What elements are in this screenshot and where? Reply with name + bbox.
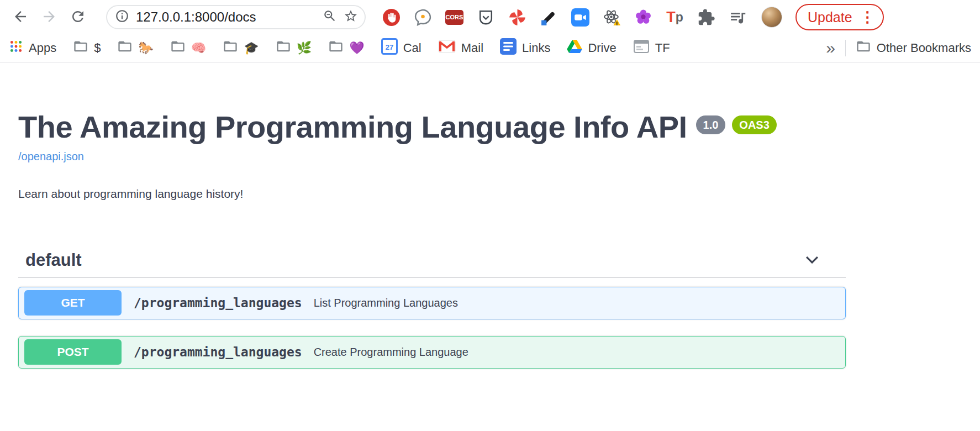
folder-icon bbox=[170, 39, 186, 57]
forward-icon bbox=[41, 8, 57, 27]
google-calendar-icon: 27 bbox=[381, 38, 398, 58]
bookmark-apps[interactable]: Apps bbox=[9, 39, 56, 57]
bookmark-label: Apps bbox=[29, 41, 56, 55]
bookmarks-divider bbox=[845, 40, 846, 56]
other-bookmarks-label: Other Bookmarks bbox=[877, 41, 971, 55]
reload-button[interactable] bbox=[65, 4, 91, 30]
chat-bubble-extension-icon[interactable] bbox=[414, 8, 432, 27]
bookmark-label: Cal bbox=[403, 41, 421, 55]
operation-path: /programming_languages bbox=[134, 345, 302, 359]
bookmark-label: 🐎 bbox=[138, 41, 153, 55]
update-label: Update bbox=[808, 9, 852, 25]
update-button[interactable]: Update ⋮ bbox=[795, 4, 884, 30]
back-button[interactable] bbox=[8, 4, 33, 30]
oas3-badge: OAS3 bbox=[732, 115, 776, 134]
back-icon bbox=[12, 8, 29, 27]
folder-icon bbox=[117, 39, 133, 57]
bookmark-mail[interactable]: Mail bbox=[438, 40, 483, 56]
forward-button[interactable] bbox=[36, 4, 62, 30]
operation-row-post[interactable]: POST /programming_languages Create Progr… bbox=[18, 336, 846, 369]
tag-section-default: default GET /programming_languages List … bbox=[18, 250, 846, 369]
operation-row-get[interactable]: GET /programming_languages List Programm… bbox=[18, 287, 846, 319]
bookmark-folder-brain[interactable]: 🧠 bbox=[170, 39, 206, 57]
atom-warning-extension-icon[interactable] bbox=[603, 8, 621, 27]
bookmark-folder-herb[interactable]: 🌿 bbox=[276, 39, 312, 57]
bookmark-label: Drive bbox=[588, 41, 616, 55]
method-badge-post: POST bbox=[24, 339, 122, 365]
bookmark-label: 🌿 bbox=[297, 41, 312, 55]
tp-extension-icon[interactable]: Tp bbox=[666, 8, 684, 27]
other-bookmarks-button[interactable]: Other Bookmarks bbox=[856, 39, 971, 57]
media-playlist-icon[interactable] bbox=[729, 8, 747, 27]
links-icon bbox=[500, 38, 517, 58]
bookmark-label: Links bbox=[522, 41, 550, 55]
bookmark-folder-purple-heart[interactable]: 💜 bbox=[328, 39, 364, 57]
extensions-row: CORS Tp bbox=[382, 8, 747, 27]
browser-menu-kebab-icon[interactable]: ⋮ bbox=[860, 8, 875, 26]
section-header[interactable]: default bbox=[18, 250, 846, 278]
url-text: 127.0.0.1:8000/docs bbox=[136, 9, 316, 25]
red-pinwheel-extension-icon[interactable] bbox=[508, 8, 526, 27]
folder-icon bbox=[328, 39, 344, 57]
pocket-shield-extension-icon[interactable] bbox=[477, 8, 495, 27]
extensions-puzzle-icon[interactable] bbox=[697, 8, 715, 27]
bookmarks-overflow-chevron[interactable]: » bbox=[826, 40, 835, 56]
bookmark-folder-money[interactable]: $ bbox=[73, 39, 101, 57]
purple-flower-extension-icon[interactable] bbox=[634, 8, 652, 27]
tf-bookmark-icon bbox=[633, 38, 650, 58]
bookmark-label: 💜 bbox=[349, 41, 364, 55]
zoom-video-extension-icon[interactable] bbox=[571, 8, 589, 27]
bookmark-calendar[interactable]: 27 Cal bbox=[381, 38, 421, 58]
cors-label: CORS bbox=[445, 10, 463, 25]
reload-icon bbox=[70, 8, 86, 27]
section-collapse-button[interactable] bbox=[803, 250, 821, 271]
bookmark-label: $ bbox=[94, 41, 101, 55]
bookmark-label: 🧠 bbox=[191, 41, 206, 55]
bookmarks-right-group: » Other Bookmarks bbox=[826, 39, 971, 57]
cors-extension-icon[interactable]: CORS bbox=[445, 8, 463, 27]
address-bar[interactable]: 127.0.0.1:8000/docs bbox=[106, 5, 366, 29]
calendar-day: 27 bbox=[385, 43, 393, 51]
browser-toolbar: 127.0.0.1:8000/docs CORS bbox=[0, 0, 980, 34]
swagger-page: The Amazing Programming Language Info AP… bbox=[0, 110, 980, 369]
bookmark-folder-horse[interactable]: 🐎 bbox=[117, 39, 153, 57]
eyedropper-extension-icon[interactable] bbox=[540, 8, 558, 27]
bookmark-drive[interactable]: Drive bbox=[567, 39, 616, 57]
chevron-down-icon bbox=[803, 250, 821, 271]
section-title: default bbox=[25, 250, 82, 270]
folder-icon bbox=[223, 39, 238, 57]
site-info-icon[interactable] bbox=[115, 9, 129, 25]
gmail-icon bbox=[438, 40, 456, 56]
folder-icon bbox=[73, 39, 88, 57]
hand-blocker-extension-icon[interactable] bbox=[382, 8, 401, 27]
tp-letter-t: T bbox=[666, 10, 676, 25]
version-badge: 1.0 bbox=[696, 115, 726, 134]
api-description: Learn about programming language history… bbox=[18, 187, 980, 201]
bookmark-tf[interactable]: TF bbox=[633, 38, 670, 58]
google-drive-icon bbox=[567, 39, 582, 57]
folder-icon bbox=[276, 39, 291, 57]
bookmark-folder-education[interactable]: 🎓 bbox=[223, 39, 259, 57]
bookmark-label: Mail bbox=[461, 41, 483, 55]
tp-letter-p: p bbox=[676, 11, 683, 24]
operation-summary: List Programming Languages bbox=[314, 297, 458, 309]
operation-path: /programming_languages bbox=[134, 296, 302, 310]
bookmark-star-icon[interactable] bbox=[344, 9, 358, 25]
bookmarks-bar: Apps $ 🐎 🧠 🎓 🌿 💜 27 Cal Mail Links Drive bbox=[0, 34, 980, 62]
page-title: The Amazing Programming Language Info AP… bbox=[18, 110, 687, 145]
profile-avatar[interactable] bbox=[761, 7, 782, 28]
bookmark-label: 🎓 bbox=[244, 41, 259, 55]
api-title-row: The Amazing Programming Language Info AP… bbox=[18, 110, 980, 145]
openapi-spec-link[interactable]: /openapi.json bbox=[18, 150, 84, 163]
operation-summary: Create Programming Language bbox=[314, 346, 468, 359]
apps-grid-icon bbox=[9, 39, 23, 57]
bookmark-label: TF bbox=[655, 41, 670, 55]
api-badges: 1.0 OAS3 bbox=[696, 115, 777, 134]
method-badge-get: GET bbox=[24, 290, 122, 316]
folder-icon bbox=[856, 39, 871, 57]
zoom-indicator-icon[interactable] bbox=[323, 9, 337, 25]
bookmark-links[interactable]: Links bbox=[500, 38, 550, 58]
